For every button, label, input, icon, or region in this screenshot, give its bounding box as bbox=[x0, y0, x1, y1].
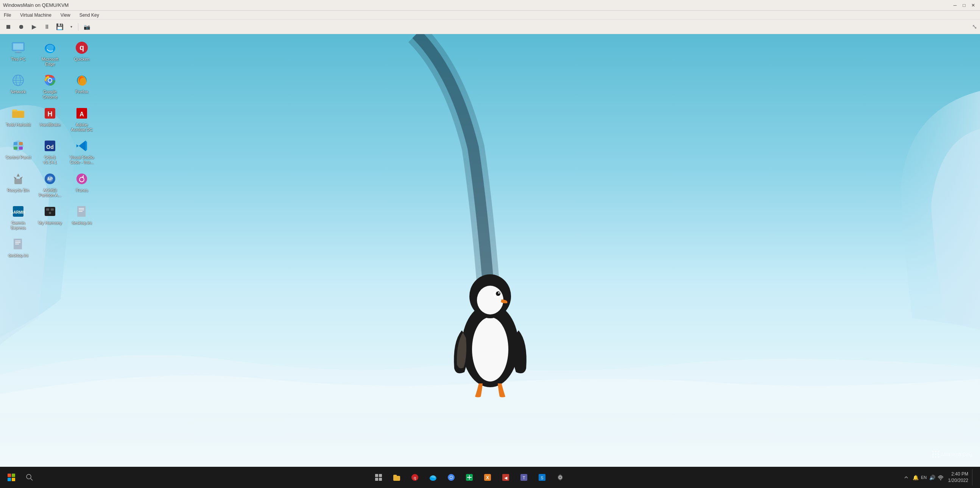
svg-rect-48 bbox=[51, 208, 54, 211]
menu-sendkey[interactable]: Send Key bbox=[78, 12, 101, 19]
svg-text:X: X bbox=[486, 475, 489, 480]
svg-point-2 bbox=[472, 317, 508, 381]
vscode-label: Visual Studio Code - Insi... bbox=[69, 155, 95, 165]
toolbar-dropdown[interactable]: ▾ bbox=[67, 22, 75, 32]
toolbar-separator bbox=[78, 23, 78, 31]
svg-rect-33 bbox=[19, 147, 23, 150]
desktop-icon-aomei[interactable]: AP AOMEI Partition A... bbox=[36, 169, 64, 200]
desktop-icon-odin[interactable]: Od Odin3 v3.14.1 bbox=[36, 136, 64, 167]
harmony-label: My Harmony bbox=[38, 220, 62, 225]
svg-rect-46 bbox=[45, 207, 55, 216]
desktop-icon-quicken[interactable]: q Quicken bbox=[67, 38, 96, 69]
svg-rect-63 bbox=[938, 453, 939, 455]
desktop-icon-controlpanel[interactable]: Control Panel bbox=[4, 136, 33, 167]
toolbar-record[interactable]: ⏺ bbox=[16, 22, 27, 32]
taskbar-file-explorer[interactable] bbox=[388, 469, 405, 486]
odin-label: Odin3 v3.14.1 bbox=[37, 155, 63, 165]
svg-rect-69 bbox=[375, 474, 378, 477]
tray-notification[interactable]: 🔔 bbox=[912, 474, 920, 481]
tray-network[interactable] bbox=[937, 474, 944, 481]
taskbar-pinned-red[interactable]: q bbox=[407, 469, 423, 486]
acrobat-label: Adobe Acrobat DC bbox=[69, 122, 95, 132]
title-bar: WindowsMain on QEMU/KVM ─ □ ✕ bbox=[0, 0, 980, 11]
maximize-button[interactable]: □ bbox=[960, 3, 968, 8]
desktop-icon-acrobat[interactable]: A Adobe Acrobat DC bbox=[67, 104, 96, 134]
bing-logo: Microsoft Bing bbox=[932, 451, 972, 458]
tray-volume[interactable]: 🔊 bbox=[929, 474, 936, 481]
svg-text:H: H bbox=[48, 110, 52, 118]
desktop-icon-handbrake[interactable]: H HandBrake bbox=[36, 104, 64, 134]
svg-point-67 bbox=[27, 474, 31, 479]
toolbar-save[interactable]: 💾 bbox=[54, 22, 65, 32]
svg-rect-32 bbox=[14, 147, 18, 150]
svg-rect-10 bbox=[16, 51, 20, 52]
desktop-icon-msedge[interactable]: Microsoft Edge bbox=[36, 38, 64, 69]
windows-logo bbox=[8, 474, 15, 481]
vm-content: This PC Microsoft Edge q Quicken bbox=[0, 34, 980, 488]
desktop-icon-itunes[interactable]: iTunes bbox=[67, 169, 96, 200]
desktop-icon-garmin[interactable]: GARMIN Garmin Express bbox=[4, 202, 33, 233]
acrobat-icon: A bbox=[74, 106, 89, 121]
menu-view[interactable]: View bbox=[59, 12, 72, 19]
desktop2-icon bbox=[11, 236, 26, 252]
svg-rect-58 bbox=[932, 451, 934, 452]
show-desktop-button[interactable] bbox=[972, 469, 977, 486]
toolbar-stop[interactable]: ⏹ bbox=[3, 22, 14, 32]
taskbar-search-button[interactable] bbox=[21, 469, 38, 486]
desktop-icon-desktop2[interactable]: desktop.ini bbox=[4, 234, 33, 261]
svg-text:q: q bbox=[80, 43, 84, 51]
menu-virtualmachine[interactable]: Virtual Machine bbox=[19, 12, 53, 19]
quicken-icon: q bbox=[74, 40, 89, 55]
svg-rect-64 bbox=[932, 456, 934, 458]
taskbar-pinned-teams[interactable]: T bbox=[515, 469, 532, 486]
minimize-button[interactable]: ─ bbox=[951, 3, 959, 8]
desktop-icon-vscode[interactable]: Visual Studio Code - Insi... bbox=[67, 136, 96, 167]
tray-chevron[interactable] bbox=[901, 473, 911, 482]
desktop-icon-desktop1[interactable]: desktop.ini bbox=[67, 202, 96, 233]
desktop-icon-network[interactable]: Network bbox=[4, 70, 33, 102]
window-title: WindowsMain on QEMU/KVM bbox=[3, 2, 68, 8]
controlpanel-label: Control Panel bbox=[6, 155, 31, 160]
desktop-icon-harmony[interactable]: My Harmony bbox=[36, 202, 64, 233]
recycle-icon bbox=[11, 171, 26, 187]
desktop2-label: desktop.ini bbox=[8, 253, 29, 258]
taskbar-settings[interactable] bbox=[552, 469, 568, 486]
svg-rect-71 bbox=[375, 478, 378, 481]
desktop-icon-chrome[interactable]: Google Chrome bbox=[36, 70, 64, 102]
taskbar-system-tray: 🔔 EN 🔊 2:40 PM 1/20/2022 bbox=[901, 469, 977, 486]
taskbar-pinned-edge[interactable] bbox=[425, 469, 441, 486]
folder-label: Todd Harbold bbox=[6, 122, 30, 127]
svg-rect-60 bbox=[938, 451, 939, 452]
taskbar-task-view[interactable] bbox=[370, 469, 387, 486]
svg-text:AP: AP bbox=[47, 177, 52, 181]
toolbar-play[interactable]: ▶ bbox=[29, 22, 39, 32]
taskbar-pinned-brown[interactable]: ◀ bbox=[497, 469, 514, 486]
taskbar-pinned-chrome[interactable] bbox=[443, 469, 460, 486]
desktop-icon-firefox[interactable]: Firefox bbox=[67, 70, 96, 102]
svg-rect-30 bbox=[14, 142, 18, 145]
taskbar-clock[interactable]: 2:40 PM 1/20/2022 bbox=[945, 469, 971, 485]
recycle-label: Recycle Bin bbox=[7, 188, 29, 193]
taskbar-pinned-orange[interactable]: X bbox=[479, 469, 496, 486]
desktop-icon-thispc[interactable]: This PC bbox=[4, 38, 33, 69]
toolbar-pause[interactable]: ⏸ bbox=[41, 22, 52, 32]
svg-point-4 bbox=[477, 285, 503, 314]
handbrake-label: HandBrake bbox=[39, 122, 60, 127]
taskbar: q X ◀ bbox=[0, 467, 980, 488]
toolbar-screenshot[interactable]: 📷 bbox=[81, 22, 92, 32]
svg-text:A: A bbox=[80, 111, 84, 118]
taskbar-pinned-blue-rect[interactable]: S bbox=[534, 469, 550, 486]
svg-point-40 bbox=[76, 174, 87, 184]
folder-icon bbox=[11, 106, 26, 121]
handbrake-icon: H bbox=[42, 106, 57, 121]
close-button[interactable]: ✕ bbox=[969, 3, 977, 8]
menu-file[interactable]: File bbox=[2, 12, 13, 19]
svg-text:T: T bbox=[523, 475, 525, 480]
taskbar-pinned-green[interactable] bbox=[461, 469, 478, 486]
start-button[interactable] bbox=[3, 469, 20, 486]
toolbar: ⏹ ⏺ ▶ ⏸ 💾 ▾ 📷 ⤡ bbox=[0, 20, 980, 34]
controlpanel-icon bbox=[11, 138, 26, 153]
tray-keyboard[interactable]: EN bbox=[920, 474, 928, 481]
desktop-icon-folder[interactable]: Todd Harbold bbox=[4, 104, 33, 134]
desktop-icon-recycle[interactable]: Recycle Bin bbox=[4, 169, 33, 200]
